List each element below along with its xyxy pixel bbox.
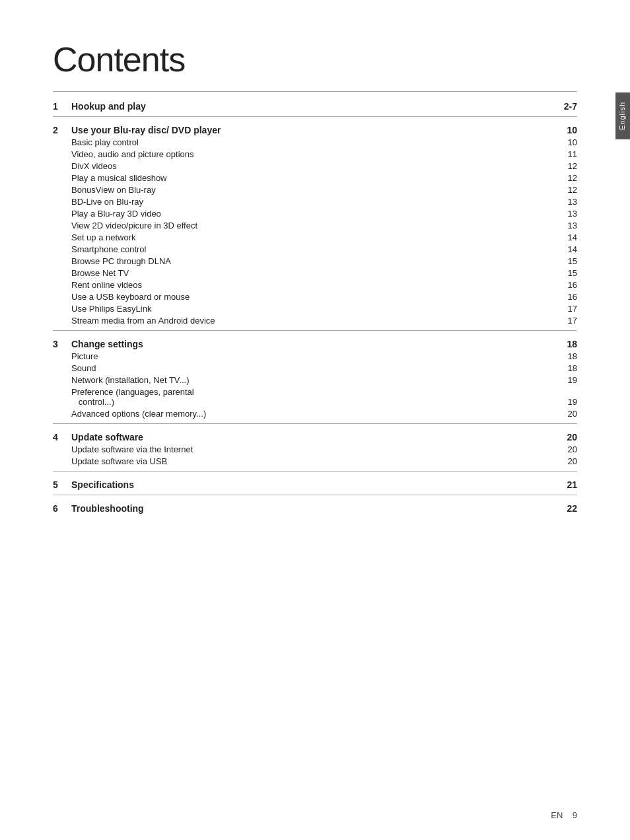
section-number-4: 4 [53,432,71,442]
toc-sub-row-3-1: Sound 18 [53,362,577,374]
toc-row-5: 5 Specifications 21 [53,478,577,491]
sub-title-3-2: Network (installation, Net TV...) [71,375,557,385]
toc-sub-row-2-13: Use a USB keyboard or mouse 16 [53,291,577,302]
toc-sub-row-2-10: Browse PC through DLNA 15 [53,255,577,267]
toc-section-5: 5 Specifications 21 [53,478,577,495]
sub-title-4-1: Update software via USB [71,456,557,466]
sub-page-2-4: 12 [557,185,577,195]
sub-title-3-1: Sound [71,363,557,373]
sub-title-2-12: Rent online videos [71,280,557,290]
sub-title-2-14: Use Philips EasyLink [71,304,557,314]
sub-page-2-7: 13 [557,221,577,230]
section-number-6: 6 [53,503,71,514]
section-divider-2 [53,330,577,331]
toc-sub-row-2-14: Use Philips EasyLink 17 [53,302,577,314]
toc-row-6: 6 Troubleshooting 22 [53,502,577,514]
toc-sub-row-2-11: Browse Net TV 15 [53,267,577,279]
sub-title-2-5: BD-Live on Blu-ray [71,197,557,207]
toc-sub-row-2-12: Rent online videos 16 [53,279,577,291]
footer-lang: EN [551,810,563,820]
toc-sub-row-3-2: Network (installation, Net TV...) 19 [53,374,577,386]
section-number-3: 3 [53,339,71,349]
sub-title-2-4: BonusView on Blu-ray [71,185,557,195]
sub-page-4-1: 20 [557,456,577,466]
section-title-5: Specifications [71,479,557,490]
section-page-3: 18 [557,339,577,349]
sub-title-2-13: Use a USB keyboard or mouse [71,292,557,302]
section-page-4: 20 [557,432,577,442]
page-title: Contents [53,40,577,79]
footer: EN 9 [551,810,577,820]
toc-section-2: 2 Use your Blu-ray disc/ DVD player 10 B… [53,123,577,331]
sub-page-3-4: 20 [557,409,577,419]
sub-page-2-1: 11 [557,149,577,159]
sub-page-2-0: 10 [557,137,577,147]
section-page-1: 2-7 [557,101,577,112]
sub-page-2-3: 12 [557,173,577,183]
toc-sub-row-3-4: Advanced options (clear memory...) 20 [53,407,577,419]
language-tab: English [615,92,630,139]
toc-sub-row-2-1: Video, audio and picture options 11 [53,148,577,160]
sub-title-2-11: Browse Net TV [71,268,557,278]
toc-section-3: 3 Change settings 18 Picture 18 Sound 18… [53,337,577,424]
toc-sub-row-2-3: Play a musical slideshow 12 [53,172,577,184]
sub-page-2-2: 12 [557,161,577,171]
toc-sub-row-2-15: Stream media from an Android device 17 [53,314,577,326]
section-number-5: 5 [53,479,71,490]
sub-page-2-8: 14 [557,232,577,242]
section-title-1: Hookup and play [71,101,557,112]
sub-title-2-9: Smartphone control [71,244,557,254]
section-page-2: 10 [557,125,577,135]
section-divider-3 [53,423,577,424]
toc-row-2: 2 Use your Blu-ray disc/ DVD player 10 [53,123,577,136]
toc-sub-row-2-5: BD-Live on Blu-ray 13 [53,195,577,207]
toc-sub-row-2-4: BonusView on Blu-ray 12 [53,184,577,195]
sub-title-2-15: Stream media from an Android device [71,316,557,326]
sub-page-3-1: 18 [557,363,577,373]
page-container: English Contents 1 Hookup and play 2-7 2… [0,0,630,840]
sub-title-2-2: DivX videos [71,161,557,171]
sub-page-2-12: 16 [557,280,577,290]
sub-page-3-0: 18 [557,351,577,361]
toc-sub-row-2-9: Smartphone control 14 [53,243,577,255]
sub-title-2-3: Play a musical slideshow [71,173,557,183]
toc-row-1: 1 Hookup and play 2-7 [53,100,577,112]
toc-row-4: 4 Update software 20 [53,431,577,443]
section-title-6: Troubleshooting [71,503,557,514]
sub-title-4-0: Update software via the Internet [71,444,557,454]
toc-sub-row-2-2: DivX videos 12 [53,160,577,172]
top-divider [53,91,577,92]
sub-page-2-5: 13 [557,197,577,207]
sub-page-2-9: 14 [557,244,577,254]
sub-title-3-0: Picture [71,351,557,361]
section-page-5: 21 [557,479,577,490]
toc-sub-row-4-0: Update software via the Internet 20 [53,443,577,455]
sub-title-3-4: Advanced options (clear memory...) [71,409,557,419]
sub-page-2-13: 16 [557,292,577,302]
toc-row-3: 3 Change settings 18 [53,337,577,350]
sub-title-2-7: View 2D video/picure in 3D effect [71,221,557,230]
toc-sub-row-3-3: Preference (languages, parental control.… [53,386,577,407]
section-number-1: 1 [53,101,71,112]
sub-page-3-3: 19 [557,397,577,407]
section-divider-4 [53,471,577,472]
footer-page: 9 [573,810,577,820]
toc-section-1: 1 Hookup and play 2-7 [53,100,577,117]
section-title-4: Update software [71,432,557,442]
section-divider-5 [53,495,577,495]
toc-sub-row-2-8: Set up a network 14 [53,231,577,243]
sub-page-2-10: 15 [557,256,577,266]
section-title-2: Use your Blu-ray disc/ DVD player [71,125,557,135]
toc-section-4: 4 Update software 20 Update software via… [53,431,577,472]
sub-title-2-10: Browse PC through DLNA [71,256,557,266]
sub-page-2-14: 17 [557,304,577,314]
toc-sub-row-3-0: Picture 18 [53,350,577,362]
sub-page-2-6: 13 [557,209,577,219]
toc-section-6: 6 Troubleshooting 22 [53,502,577,514]
toc-sub-row-2-7: View 2D video/picure in 3D effect 13 [53,219,577,231]
sub-page-3-2: 19 [557,375,577,385]
section-divider-1 [53,116,577,117]
sub-page-4-0: 20 [557,444,577,454]
sub-title-2-8: Set up a network [71,232,557,242]
section-title-3: Change settings [71,339,557,349]
